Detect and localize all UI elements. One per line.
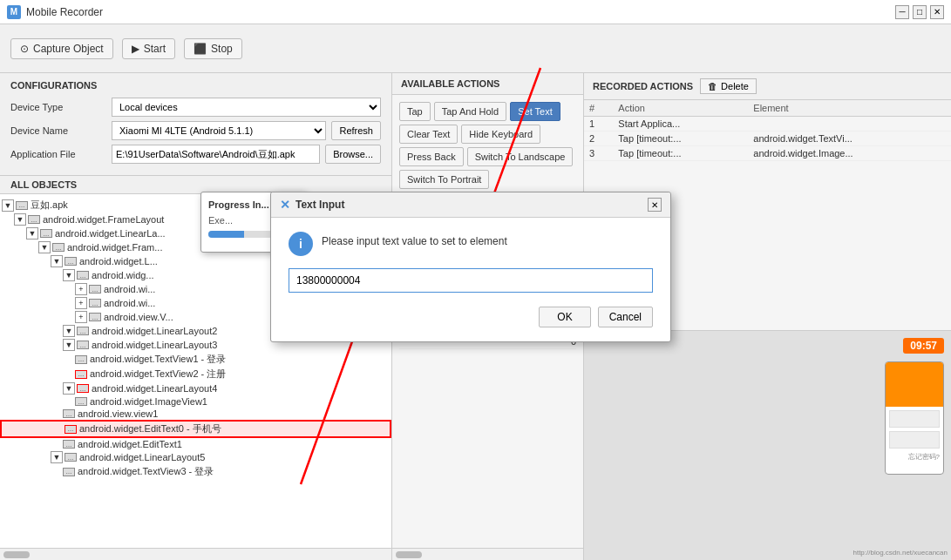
node-icon: … [89, 299, 101, 307]
app-file-input[interactable] [112, 145, 320, 164]
dialog-close-button[interactable]: ✕ [648, 198, 662, 212]
expand-icon[interactable]: ▼ [38, 241, 51, 253]
tap-and-hold-button[interactable]: Tap And Hold [434, 102, 506, 121]
switch-landscape-button[interactable]: Switch To Landscape [467, 147, 574, 166]
recorded-actions-title: RECORDED ACTIONS [593, 81, 693, 91]
phone-preview-area: 09:57 忘记密码? http://blog.csdn.net/xuecanc… [584, 330, 951, 561]
props-scroll-thumb[interactable] [396, 551, 422, 558]
node-icon: … [77, 271, 89, 280]
capture-icon: ⊙ [20, 43, 29, 55]
dialog-prompt-text: Please input text value to set to elemen… [322, 232, 507, 247]
node-icon: … [75, 397, 87, 406]
dialog-prompt: i Please input text value to set to elem… [289, 232, 653, 256]
node-icon: … [65, 453, 77, 462]
window-controls: ─ □ ✕ [895, 5, 944, 19]
node-icon: … [65, 257, 77, 266]
minimize-button[interactable]: ─ [895, 5, 909, 19]
edittext0-item[interactable]: … android.widget.EditText0 - 手机号 [0, 420, 391, 438]
app-file-label: Application File [10, 149, 106, 159]
expand-icon[interactable]: + [75, 283, 87, 295]
node-icon: … [65, 425, 77, 434]
node-icon: … [77, 384, 89, 393]
browse-button[interactable]: Browse... [325, 145, 381, 164]
node-icon: … [28, 215, 40, 224]
expand-icon[interactable]: ▼ [63, 382, 75, 395]
press-back-button[interactable]: Press Back [399, 147, 464, 166]
dialog-title-bar: ✕ Text Input ✕ [271, 192, 670, 218]
ok-button[interactable]: OK [539, 307, 590, 327]
expand-icon[interactable]: ▼ [2, 199, 14, 212]
table-row[interactable]: 1 Start Applica... [584, 117, 951, 132]
progress-fill [208, 231, 244, 238]
scroll-thumb[interactable] [3, 551, 30, 558]
table-row[interactable]: 2 Tap [timeout:... android.widget.TextVi… [584, 132, 951, 146]
node-icon: … [40, 229, 52, 238]
stop-icon: ⬛ [194, 43, 207, 55]
expand-icon[interactable]: ▼ [63, 325, 75, 337]
device-type-select[interactable]: Local devices [112, 98, 381, 117]
list-item[interactable]: … android.widget.TextView2 - 注册 [0, 367, 391, 381]
configurations-title: CONFIGURATIONS [10, 80, 381, 91]
expand-icon[interactable]: ▼ [51, 255, 63, 267]
tap-button[interactable]: Tap [399, 102, 431, 121]
actions-grid: Tap Tap And Hold Set Text Clear Text Hid… [392, 95, 583, 196]
dialog-title-icon: ✕ [280, 198, 290, 212]
list-item[interactable]: … android.widget.TextView1 - 登录 [0, 352, 391, 367]
close-button[interactable]: ✕ [930, 5, 944, 19]
list-item[interactable]: ▼ … android.widget.LinearLayout4 [0, 381, 391, 395]
expand-icon[interactable]: ▼ [14, 213, 26, 226]
watermark: http://blog.csdn.net/xuecancan [853, 549, 948, 557]
capture-object-button[interactable]: ⊙ Capture Object [10, 38, 113, 59]
node-icon: … [89, 285, 101, 293]
col-action: Action [613, 100, 748, 117]
clear-text-button[interactable]: Clear Text [399, 125, 458, 144]
expand-icon[interactable]: ▼ [26, 227, 38, 240]
expand-icon[interactable]: ▼ [51, 451, 63, 463]
device-type-label: Device Type [10, 102, 106, 112]
expand-icon[interactable]: + [75, 297, 87, 309]
node-icon: … [52, 243, 65, 252]
node-icon: … [77, 327, 89, 335]
phone-time: 09:57 [903, 338, 944, 354]
expand-icon[interactable]: + [75, 311, 87, 323]
stop-button[interactable]: ⬛ Stop [184, 38, 242, 59]
device-name-select[interactable]: Xiaomi MI 4LTE (Android 5.1.1) [112, 121, 326, 140]
set-text-button[interactable]: Set Text [510, 102, 560, 121]
list-item[interactable]: … android.view.view1 [0, 408, 391, 420]
dialog-buttons: OK Cancel [289, 307, 653, 327]
col-element: Element [748, 100, 951, 117]
start-button[interactable]: ▶ Start [122, 38, 175, 59]
list-item[interactable]: … android.widget.TextView3 - 登录 [0, 464, 391, 479]
actions-table: # Action Element 1 Start Applica... 2 [584, 100, 951, 161]
delete-button[interactable]: 🗑 Delete [700, 78, 757, 94]
properties-scrollbar[interactable] [392, 548, 583, 560]
table-row[interactable]: 3 Tap [timeout:... android.widget.Image.… [584, 146, 951, 161]
list-item[interactable]: … android.widget.ImageView1 [0, 395, 391, 408]
horizontal-scrollbar[interactable] [0, 548, 391, 560]
password-prompt: 忘记密码? [889, 452, 940, 462]
node-icon: … [63, 409, 75, 418]
list-item[interactable]: … android.widget.EditText1 [0, 438, 391, 450]
node-icon: … [63, 440, 75, 449]
switch-portrait-button[interactable]: Switch To Portrait [399, 170, 489, 189]
node-icon: … [16, 201, 28, 210]
node-icon: … [89, 313, 101, 321]
cancel-button[interactable]: Cancel [598, 307, 653, 327]
app-title: Mobile Recorder [26, 6, 103, 18]
list-item[interactable]: ▼ … android.widget.LinearLayout5 [0, 450, 391, 464]
recorded-actions-header: RECORDED ACTIONS 🗑 Delete [584, 73, 951, 100]
title-bar: M Mobile Recorder ─ □ ✕ [0, 0, 951, 24]
col-num: # [584, 100, 613, 117]
hide-keyboard-button[interactable]: Hide Keyboard [461, 125, 540, 144]
refresh-button[interactable]: Refresh [331, 121, 381, 140]
device-name-label: Device Name [10, 125, 106, 136]
dialog-title: ✕ Text Input [280, 198, 344, 212]
node-icon: … [75, 370, 87, 379]
expand-icon[interactable]: ▼ [63, 339, 75, 351]
text-input-field[interactable] [289, 268, 653, 293]
toolbar: ⊙ Capture Object ▶ Start ⬛ Stop [0, 24, 951, 73]
maximize-button[interactable]: □ [913, 5, 927, 19]
phone-login-area: 忘记密码? [886, 407, 943, 465]
node-icon: … [63, 468, 75, 476]
expand-icon[interactable]: ▼ [63, 269, 75, 281]
